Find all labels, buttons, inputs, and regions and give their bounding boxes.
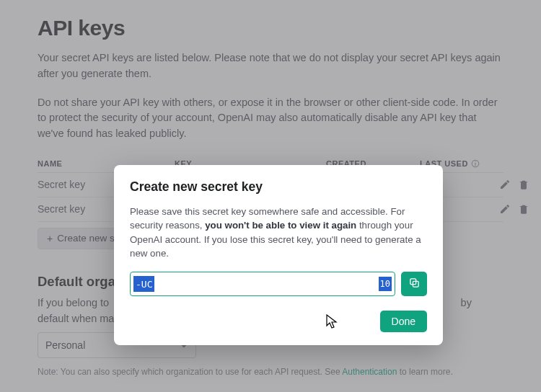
- done-button[interactable]: Done: [380, 311, 427, 332]
- modal-body: Please save this secret key somewhere sa…: [130, 205, 427, 260]
- secret-key-row: -UC 10: [130, 272, 427, 296]
- modal-footer: Done: [130, 311, 427, 332]
- copy-icon: [408, 277, 421, 292]
- modal-body-bold: you won't be able to view it again: [205, 220, 356, 231]
- copy-button[interactable]: [401, 272, 427, 296]
- create-secret-key-modal: Create new secret key Please save this s…: [114, 165, 443, 345]
- secret-key-selection-left: -UC: [133, 276, 154, 292]
- secret-key-input[interactable]: -UC 10: [130, 272, 395, 296]
- modal-title: Create new secret key: [130, 179, 427, 195]
- secret-key-selection-right: 10: [379, 277, 392, 291]
